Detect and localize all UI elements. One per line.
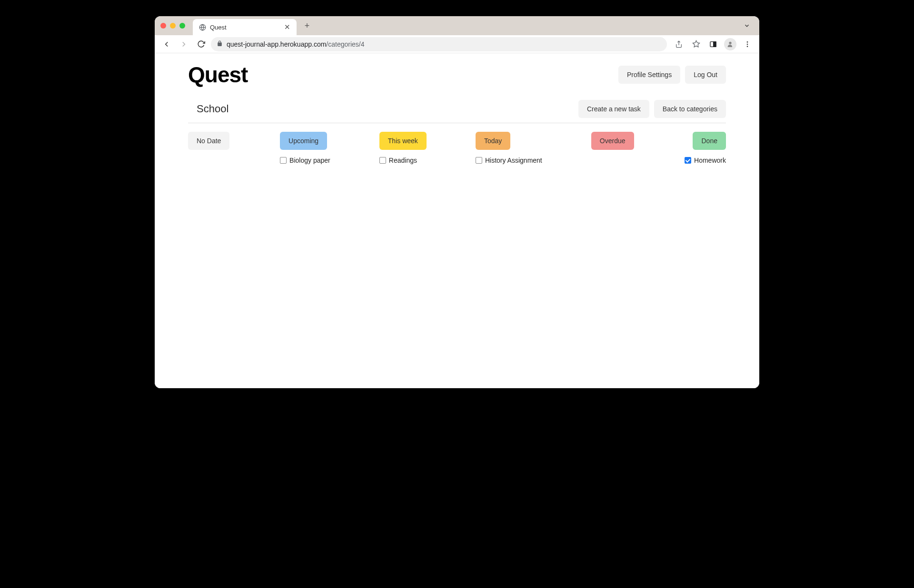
bookmark-button[interactable] <box>689 37 703 51</box>
url-text: quest-journal-app.herokuapp.com/categori… <box>227 40 365 48</box>
category-header: School Create a new task Back to categor… <box>188 100 726 123</box>
reload-button[interactable] <box>194 37 208 51</box>
logout-button[interactable]: Log Out <box>685 66 726 84</box>
column-overdue: Overdue <box>591 132 634 164</box>
column-this-week: This week Readings <box>379 132 427 164</box>
column-done: Done Homework <box>683 132 726 164</box>
column-no-date: No Date <box>188 132 231 164</box>
window-controls <box>160 23 185 29</box>
task-checkbox[interactable] <box>685 157 691 164</box>
window-maximize-button[interactable] <box>179 23 185 29</box>
address-bar[interactable]: quest-journal-app.herokuapp.com/categori… <box>211 37 667 51</box>
column-upcoming: Upcoming Biology paper <box>280 132 330 164</box>
forward-button[interactable] <box>177 37 191 51</box>
profile-settings-button[interactable]: Profile Settings <box>618 66 680 84</box>
globe-icon <box>199 23 206 31</box>
svg-rect-4 <box>714 41 716 47</box>
avatar-icon <box>724 38 736 50</box>
task-checkbox[interactable] <box>476 157 482 164</box>
lock-icon <box>217 40 223 48</box>
app-logo[interactable]: Quest <box>188 62 248 88</box>
back-to-categories-button[interactable]: Back to categories <box>654 100 726 118</box>
task-label: Readings <box>389 157 417 164</box>
column-header-upcoming[interactable]: Upcoming <box>280 132 327 150</box>
task-checkbox[interactable] <box>280 157 287 164</box>
task-label: Biology paper <box>289 157 330 164</box>
page-content: Quest Profile Settings Log Out School Cr… <box>155 53 759 388</box>
svg-point-7 <box>747 43 748 45</box>
task-columns: No Date Upcoming Biology paper This week… <box>188 132 726 164</box>
column-header-done[interactable]: Done <box>693 132 725 150</box>
task-item[interactable]: Biology paper <box>280 157 330 164</box>
task-item[interactable]: Readings <box>379 157 427 164</box>
browser-tab-bar: Quest ✕ + <box>155 16 759 35</box>
svg-point-8 <box>747 46 748 47</box>
task-label: Homework <box>694 157 726 164</box>
tab-close-button[interactable]: ✕ <box>283 23 291 31</box>
new-tab-button[interactable]: + <box>300 19 314 32</box>
profile-button[interactable] <box>723 37 737 51</box>
column-header-overdue[interactable]: Overdue <box>591 132 634 150</box>
task-checkbox[interactable] <box>379 157 386 164</box>
share-button[interactable] <box>672 37 686 51</box>
task-item[interactable]: History Assignment <box>476 157 542 164</box>
app-header: Quest Profile Settings Log Out <box>188 62 726 88</box>
tab-title: Quest <box>210 24 279 31</box>
column-today: Today History Assignment <box>476 132 542 164</box>
svg-point-5 <box>729 41 731 44</box>
column-header-this-week[interactable]: This week <box>379 132 427 150</box>
sidepanel-button[interactable] <box>706 37 720 51</box>
menu-button[interactable] <box>740 37 755 51</box>
create-task-button[interactable]: Create a new task <box>578 100 649 118</box>
browser-toolbar: quest-journal-app.herokuapp.com/categori… <box>155 35 759 53</box>
task-item[interactable]: Homework <box>685 157 726 164</box>
category-title: School <box>197 103 228 115</box>
tabs-dropdown-button[interactable] <box>740 19 754 32</box>
browser-window: Quest ✕ + quest-journal-app.herokuapp.co… <box>155 16 759 388</box>
svg-point-6 <box>747 41 748 43</box>
column-header-no-date[interactable]: No Date <box>188 132 229 150</box>
window-close-button[interactable] <box>160 23 166 29</box>
back-button[interactable] <box>159 37 174 51</box>
svg-marker-2 <box>693 40 699 47</box>
task-label: History Assignment <box>485 157 542 164</box>
window-minimize-button[interactable] <box>170 23 176 29</box>
column-header-today[interactable]: Today <box>476 132 510 150</box>
browser-tab[interactable]: Quest ✕ <box>193 19 297 35</box>
